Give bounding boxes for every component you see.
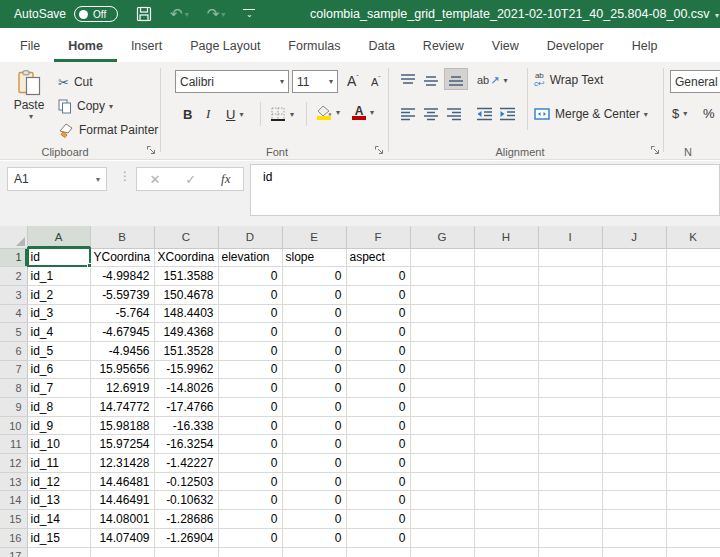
cell-D11[interactable]: 0 [218, 435, 282, 454]
cell-C10[interactable]: -16.338 [154, 416, 218, 435]
font-size-select[interactable]: 11 ▾ [292, 70, 338, 93]
decrease-font-size-button[interactable]: Aˇ [371, 71, 381, 91]
cell-E13[interactable]: 0 [282, 472, 346, 491]
row-header-9[interactable]: 9 [0, 398, 27, 417]
cell-J17[interactable] [602, 547, 666, 557]
cell-D10[interactable]: 0 [218, 416, 282, 435]
cell-K9[interactable] [666, 398, 720, 417]
cell-A4[interactable]: id_3 [27, 304, 90, 323]
cell-G10[interactable] [410, 416, 474, 435]
center-button[interactable] [423, 104, 439, 124]
cell-A14[interactable]: id_13 [27, 491, 90, 510]
top-align-button[interactable] [400, 71, 416, 91]
paste-button[interactable]: Paste ▾ [8, 70, 50, 142]
column-header-K[interactable]: K [666, 226, 720, 248]
cell-E8[interactable]: 0 [282, 379, 346, 398]
column-header-J[interactable]: J [602, 226, 666, 248]
cell-D4[interactable]: 0 [218, 304, 282, 323]
cell-C15[interactable]: -1.28686 [154, 510, 218, 529]
cell-C16[interactable]: -1.26904 [154, 528, 218, 547]
merge-center-button[interactable]: Merge & Center ▾ [534, 104, 648, 124]
clipboard-dialog-launcher[interactable] [146, 145, 156, 155]
cell-H8[interactable] [474, 379, 538, 398]
cell-B15[interactable]: 14.08001 [90, 510, 154, 529]
tab-formulas[interactable]: Formulas [274, 31, 354, 62]
cell-F10[interactable]: 0 [346, 416, 410, 435]
cell-E10[interactable]: 0 [282, 416, 346, 435]
cell-E5[interactable]: 0 [282, 323, 346, 342]
cell-F15[interactable]: 0 [346, 510, 410, 529]
cut-button[interactable]: ✂ Cut [58, 72, 93, 92]
cell-B4[interactable]: -5.764 [90, 304, 154, 323]
row-header-11[interactable]: 11 [0, 435, 27, 454]
cell-B11[interactable]: 15.97254 [90, 435, 154, 454]
align-right-button[interactable] [446, 104, 462, 124]
cell-F6[interactable]: 0 [346, 341, 410, 360]
cell-K15[interactable] [666, 510, 720, 529]
cell-K5[interactable] [666, 323, 720, 342]
cell-F9[interactable]: 0 [346, 398, 410, 417]
row-header-14[interactable]: 14 [0, 491, 27, 510]
cell-J13[interactable] [602, 472, 666, 491]
copy-button[interactable]: Copy ▾ [58, 96, 113, 116]
wrap-text-button[interactable]: ab c↩ Wrap Text [534, 70, 603, 90]
cell-B10[interactable]: 15.98188 [90, 416, 154, 435]
row-header-17[interactable]: 17 [0, 547, 27, 557]
cell-I13[interactable] [538, 472, 602, 491]
cell-G4[interactable] [410, 304, 474, 323]
cell-H12[interactable] [474, 454, 538, 473]
cell-J12[interactable] [602, 454, 666, 473]
cell-C14[interactable]: -0.10632 [154, 491, 218, 510]
cell-A1[interactable]: id [27, 248, 90, 267]
cell-A7[interactable]: id_6 [27, 360, 90, 379]
row-header-16[interactable]: 16 [0, 528, 27, 547]
cell-D14[interactable]: 0 [218, 491, 282, 510]
cell-D6[interactable]: 0 [218, 341, 282, 360]
cell-C17[interactable] [154, 547, 218, 557]
cell-F2[interactable]: 0 [346, 267, 410, 286]
cell-H9[interactable] [474, 398, 538, 417]
cell-D8[interactable]: 0 [218, 379, 282, 398]
cell-J15[interactable] [602, 510, 666, 529]
row-header-8[interactable]: 8 [0, 379, 27, 398]
cell-C2[interactable]: 151.3588 [154, 267, 218, 286]
fill-color-button[interactable]: ▾ [316, 102, 340, 122]
cell-E4[interactable]: 0 [282, 304, 346, 323]
column-header-A[interactable]: A [27, 226, 90, 248]
cell-C12[interactable]: -1.42227 [154, 454, 218, 473]
cell-K10[interactable] [666, 416, 720, 435]
tab-review[interactable]: Review [409, 31, 478, 62]
cell-G3[interactable] [410, 285, 474, 304]
cell-G14[interactable] [410, 491, 474, 510]
cell-C4[interactable]: 148.4403 [154, 304, 218, 323]
cell-K11[interactable] [666, 435, 720, 454]
cell-G17[interactable] [410, 547, 474, 557]
cell-A16[interactable]: id_15 [27, 528, 90, 547]
cell-D9[interactable]: 0 [218, 398, 282, 417]
cell-G7[interactable] [410, 360, 474, 379]
row-header-3[interactable]: 3 [0, 285, 27, 304]
cell-D1[interactable]: elevation [218, 248, 282, 267]
cell-A2[interactable]: id_1 [27, 267, 90, 286]
cell-F14[interactable]: 0 [346, 491, 410, 510]
cell-B12[interactable]: 12.31428 [90, 454, 154, 473]
row-header-4[interactable]: 4 [0, 304, 27, 323]
cell-H3[interactable] [474, 285, 538, 304]
cell-H1[interactable] [474, 248, 538, 267]
row-header-1[interactable]: 1 [0, 248, 27, 267]
cell-A5[interactable]: id_4 [27, 323, 90, 342]
cell-E15[interactable]: 0 [282, 510, 346, 529]
cell-G5[interactable] [410, 323, 474, 342]
cell-I12[interactable] [538, 454, 602, 473]
cell-J14[interactable] [602, 491, 666, 510]
cell-C11[interactable]: -16.3254 [154, 435, 218, 454]
cell-K13[interactable] [666, 472, 720, 491]
cell-A17[interactable] [27, 547, 90, 557]
cell-G6[interactable] [410, 341, 474, 360]
row-header-15[interactable]: 15 [0, 510, 27, 529]
cell-H10[interactable] [474, 416, 538, 435]
cell-E6[interactable]: 0 [282, 341, 346, 360]
cell-F13[interactable]: 0 [346, 472, 410, 491]
tab-developer[interactable]: Developer [533, 31, 618, 62]
cell-I15[interactable] [538, 510, 602, 529]
